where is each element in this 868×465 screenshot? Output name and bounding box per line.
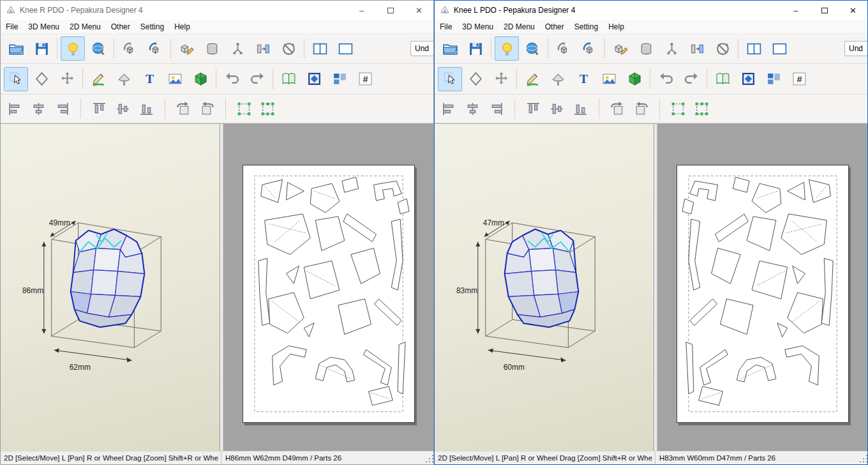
- redo-button[interactable]: [245, 67, 269, 91]
- number-display-button[interactable]: #: [353, 67, 377, 91]
- primitive-cylinder-button[interactable]: [200, 36, 224, 61]
- joint-axis-button[interactable]: [659, 36, 684, 61]
- number-display-button[interactable]: #: [787, 67, 811, 91]
- 2d-viewport[interactable]: [657, 124, 867, 451]
- titlebar[interactable]: Knee R PDO - Pepakura Designer 4 – ✕: [1, 1, 433, 20]
- layout-single-pane-button[interactable]: [767, 36, 791, 61]
- rotate-ccw-button[interactable]: [606, 98, 629, 120]
- minimize-button[interactable]: –: [781, 1, 810, 20]
- flap-tool-button[interactable]: [112, 67, 136, 91]
- layout-two-pane-button[interactable]: [308, 36, 332, 61]
- rotate-object-button[interactable]: [117, 36, 142, 61]
- pattern-sheet[interactable]: [243, 165, 415, 423]
- select-handles-button[interactable]: [257, 98, 279, 120]
- arrange-parts-button[interactable]: [327, 67, 352, 91]
- flip-parts-button[interactable]: [251, 36, 275, 61]
- resize-grip[interactable]: [424, 452, 433, 464]
- minimize-button[interactable]: –: [347, 1, 376, 20]
- undo-history-button[interactable]: Und: [844, 41, 867, 56]
- titlebar[interactable]: Knee L PDO - Pepakura Designer 4 – ✕: [435, 1, 867, 20]
- text-tool-button[interactable]: T: [137, 67, 161, 91]
- reset-view-button[interactable]: [710, 36, 735, 61]
- align-center-button[interactable]: [27, 98, 50, 120]
- menu-2d-menu[interactable]: 2D Menu: [64, 21, 106, 33]
- image-tool-button[interactable]: [163, 67, 187, 91]
- edge-color-pen-button[interactable]: [520, 67, 544, 91]
- flip-parts-button[interactable]: [685, 36, 709, 61]
- rotate-ccw-button[interactable]: [172, 98, 195, 120]
- unfold-book-button[interactable]: [276, 67, 301, 91]
- arrange-parts-button[interactable]: [761, 67, 786, 91]
- undo-button[interactable]: [654, 67, 678, 91]
- select-handles-button[interactable]: [691, 98, 713, 120]
- menu-help[interactable]: Help: [169, 21, 195, 33]
- align-middle-button[interactable]: [112, 98, 134, 120]
- align-left-button[interactable]: [438, 98, 460, 120]
- align-bottom-button[interactable]: [135, 98, 158, 120]
- texture-light-button[interactable]: [495, 36, 519, 61]
- align-center-button[interactable]: [461, 98, 484, 120]
- image-tool-button[interactable]: [597, 67, 621, 91]
- menu-3d-menu[interactable]: 3D Menu: [23, 21, 64, 33]
- close-button[interactable]: ✕: [839, 1, 867, 20]
- undo-button[interactable]: [220, 67, 244, 91]
- menu-setting[interactable]: Setting: [569, 21, 603, 33]
- maximize-button[interactable]: [376, 1, 405, 20]
- align-top-button[interactable]: [522, 98, 544, 120]
- select-tool-button[interactable]: [4, 67, 28, 91]
- select-frame-button[interactable]: [736, 67, 760, 91]
- rotate-cw-button[interactable]: [630, 98, 652, 120]
- material-cube-button[interactable]: [622, 67, 647, 91]
- align-right-button[interactable]: [51, 98, 73, 120]
- resize-grip[interactable]: [858, 452, 867, 464]
- poly-select-button[interactable]: [463, 67, 488, 91]
- primitive-cylinder-button[interactable]: [634, 36, 658, 61]
- open-file-button[interactable]: [438, 36, 462, 61]
- align-bottom-button[interactable]: [569, 98, 592, 120]
- layout-single-pane-button[interactable]: [333, 36, 357, 61]
- rotate-object-button[interactable]: [551, 36, 576, 61]
- select-frame-button[interactable]: [302, 67, 326, 91]
- rotate-object-free-button[interactable]: [577, 36, 601, 61]
- move-parts-button[interactable]: [489, 67, 513, 91]
- reset-view-button[interactable]: [276, 36, 301, 61]
- maximize-button[interactable]: [810, 1, 839, 20]
- texture-sphere-button[interactable]: [520, 36, 544, 61]
- redo-button[interactable]: [679, 67, 703, 91]
- menu-setting[interactable]: Setting: [135, 21, 169, 33]
- open-file-button[interactable]: [4, 36, 28, 61]
- menu-2d-menu[interactable]: 2D Menu: [498, 21, 540, 33]
- align-left-button[interactable]: [4, 98, 26, 120]
- texture-sphere-button[interactable]: [86, 36, 110, 61]
- joint-axis-button[interactable]: [225, 36, 250, 61]
- undo-history-button[interactable]: Und: [410, 41, 433, 56]
- align-middle-button[interactable]: [546, 98, 568, 120]
- move-parts-button[interactable]: [55, 67, 79, 91]
- 3d-viewport[interactable]: 47mm83mm60mm: [435, 124, 654, 451]
- texture-light-button[interactable]: [61, 36, 85, 61]
- rotate-cw-button[interactable]: [196, 98, 218, 120]
- menu-help[interactable]: Help: [603, 21, 629, 33]
- group-select-button[interactable]: [233, 98, 255, 120]
- align-top-button[interactable]: [88, 98, 110, 120]
- save-file-button[interactable]: [463, 36, 488, 61]
- align-right-button[interactable]: [485, 98, 507, 120]
- rotate-object-free-button[interactable]: [143, 36, 167, 61]
- close-button[interactable]: ✕: [405, 1, 433, 20]
- unfold-book-button[interactable]: [710, 67, 735, 91]
- layout-two-pane-button[interactable]: [742, 36, 766, 61]
- flap-tool-button[interactable]: [546, 67, 570, 91]
- poly-select-button[interactable]: [29, 67, 54, 91]
- edit-solid-button[interactable]: [174, 36, 198, 61]
- material-cube-button[interactable]: [188, 67, 213, 91]
- text-tool-button[interactable]: T: [571, 67, 595, 91]
- save-file-button[interactable]: [29, 36, 54, 61]
- edge-color-pen-button[interactable]: [86, 67, 110, 91]
- pattern-sheet[interactable]: [677, 165, 849, 423]
- edit-solid-button[interactable]: [608, 36, 632, 61]
- 3d-viewport[interactable]: 49mm86mm62mm: [1, 124, 220, 451]
- menu-file[interactable]: File: [435, 21, 457, 33]
- group-select-button[interactable]: [667, 98, 689, 120]
- menu-3d-menu[interactable]: 3D Menu: [457, 21, 498, 33]
- menu-file[interactable]: File: [1, 21, 23, 33]
